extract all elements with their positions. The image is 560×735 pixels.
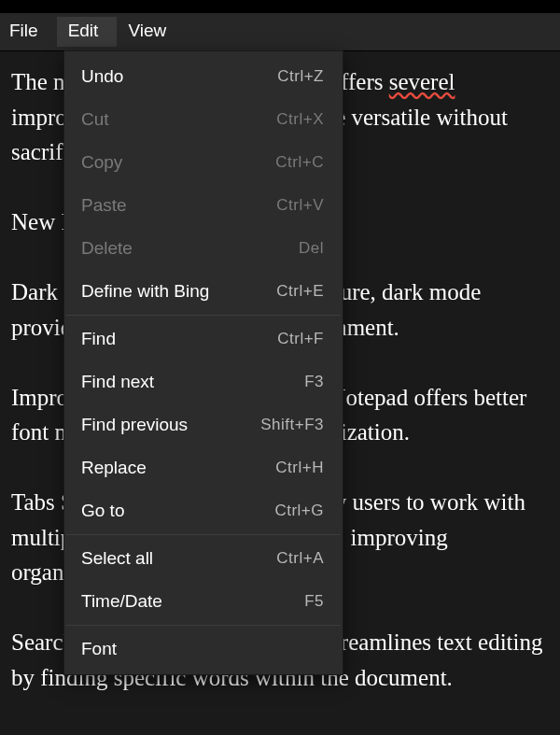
menu-item-go-to[interactable]: Go toCtrl+G bbox=[64, 489, 343, 532]
menu-file[interactable]: File bbox=[0, 17, 57, 47]
menu-item-time-date[interactable]: Time/DateF5 bbox=[64, 580, 343, 623]
menu-item-shortcut: Ctrl+F bbox=[277, 330, 324, 348]
menu-item-label: Delete bbox=[81, 238, 133, 259]
menu-item-shortcut: Ctrl+V bbox=[276, 196, 324, 215]
titlebar-strip bbox=[0, 0, 560, 13]
menu-item-shortcut: Ctrl+G bbox=[274, 502, 324, 520]
menu-item-shortcut: F3 bbox=[304, 373, 324, 391]
menu-item-find-next[interactable]: Find nextF3 bbox=[64, 360, 343, 403]
menu-item-shortcut: Shift+F3 bbox=[260, 416, 324, 434]
menu-item-label: Find next bbox=[81, 372, 154, 392]
menu-separator bbox=[66, 315, 341, 316]
menu-item-shortcut: Ctrl+C bbox=[275, 153, 324, 172]
menu-item-label: Copy bbox=[81, 152, 122, 173]
misspelled-word: severel bbox=[389, 69, 455, 94]
menu-item-label: Time/Date bbox=[81, 591, 162, 612]
menu-item-label: Define with Bing bbox=[81, 281, 209, 302]
menu-item-select-all[interactable]: Select allCtrl+A bbox=[64, 537, 343, 580]
menu-item-shortcut: Ctrl+Z bbox=[277, 67, 324, 86]
menu-item-cut: CutCtrl+X bbox=[64, 98, 343, 141]
menu-item-find-previous[interactable]: Find previousShift+F3 bbox=[64, 403, 343, 446]
menu-item-shortcut: F5 bbox=[304, 592, 324, 611]
menu-separator bbox=[66, 534, 341, 535]
menu-item-paste: PasteCtrl+V bbox=[64, 184, 343, 227]
menu-item-label: Find previous bbox=[81, 415, 188, 435]
menu-item-label: Undo bbox=[81, 66, 123, 87]
menu-item-define-with-bing[interactable]: Define with BingCtrl+E bbox=[64, 270, 343, 313]
menu-item-label: Select all bbox=[81, 548, 153, 569]
menu-item-label: Paste bbox=[81, 195, 127, 216]
menu-item-shortcut: Ctrl+H bbox=[275, 459, 324, 477]
menu-edit[interactable]: Edit bbox=[57, 17, 118, 47]
menu-item-font[interactable]: Font bbox=[64, 628, 343, 671]
menu-item-undo[interactable]: UndoCtrl+Z bbox=[64, 55, 343, 98]
menu-item-replace[interactable]: ReplaceCtrl+H bbox=[64, 446, 343, 489]
menu-item-label: Replace bbox=[81, 458, 147, 478]
menu-item-shortcut: Del bbox=[299, 239, 324, 258]
edit-dropdown: UndoCtrl+ZCutCtrl+XCopyCtrl+CPasteCtrl+V… bbox=[63, 50, 343, 675]
menubar: File Edit View bbox=[0, 13, 560, 51]
menu-item-shortcut: Ctrl+A bbox=[276, 549, 324, 568]
menu-view[interactable]: View bbox=[117, 17, 185, 47]
menu-item-delete: DeleteDel bbox=[64, 227, 343, 270]
menu-item-shortcut: Ctrl+X bbox=[276, 110, 324, 129]
menu-item-label: Font bbox=[81, 639, 117, 659]
menu-item-copy: CopyCtrl+C bbox=[64, 141, 343, 184]
menu-item-label: Go to bbox=[81, 501, 124, 521]
menu-item-label: Find bbox=[81, 329, 116, 349]
menu-separator bbox=[66, 625, 341, 626]
menu-item-label: Cut bbox=[81, 109, 109, 130]
menu-item-find[interactable]: FindCtrl+F bbox=[64, 318, 343, 360]
menu-item-shortcut: Ctrl+E bbox=[276, 282, 324, 301]
